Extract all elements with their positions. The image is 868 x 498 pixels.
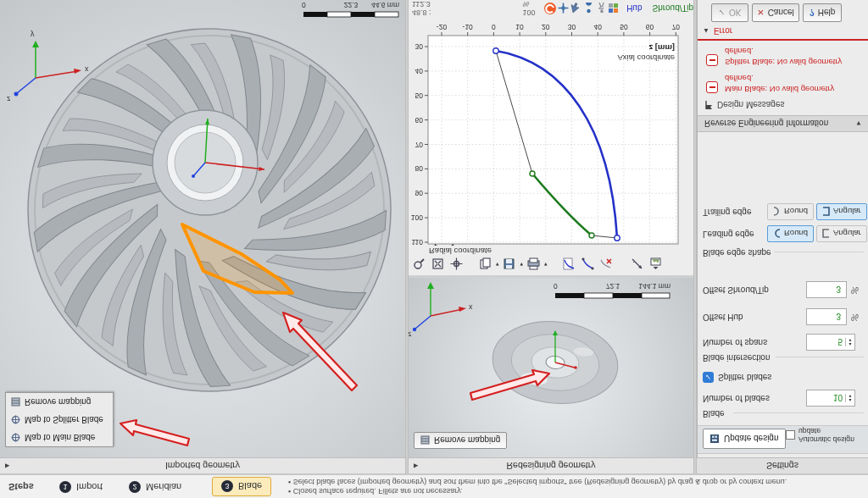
settings-title: Settings bbox=[766, 461, 798, 471]
print-icon[interactable] bbox=[525, 256, 542, 273]
num-blades-spinner[interactable]: 10 ▲▼ bbox=[806, 390, 855, 407]
save-icon[interactable] bbox=[501, 256, 518, 273]
ruler-full: 44.6 mm bbox=[371, 1, 399, 9]
menu-item-remove-mapping[interactable]: Remove mapping bbox=[6, 393, 113, 411]
error-item-icon bbox=[706, 81, 718, 93]
error-summary-row[interactable]: ▲ Error bbox=[703, 26, 732, 36]
svg-text:z [mm]: z [mm] bbox=[648, 43, 675, 53]
update-design-icon bbox=[709, 434, 720, 444]
svg-text:90: 90 bbox=[415, 190, 424, 198]
curve-edit-icon[interactable] bbox=[561, 256, 578, 273]
design-messages-icon bbox=[704, 100, 713, 110]
measure-icon[interactable] bbox=[629, 256, 646, 273]
legend-hub[interactable]: Hub bbox=[626, 4, 642, 14]
x-tick-labels: -20 -10 0 10 20 30 40 50 60 70 bbox=[437, 23, 680, 31]
curve-delete-icon[interactable] bbox=[598, 256, 615, 273]
steps-bar: Steps 1 Import 2 Meridian 3 Blade • Clos… bbox=[0, 474, 868, 498]
remove-mapping-button[interactable]: Remove mapping bbox=[414, 432, 507, 449]
reveng-info-bar[interactable]: Reverse Engineering Information ▼ bbox=[698, 115, 868, 132]
observer-walk-icon[interactable] bbox=[595, 0, 608, 17]
step-blade-active[interactable]: 3 Blade bbox=[212, 477, 271, 496]
svg-text:70: 70 bbox=[415, 141, 424, 149]
imported-geometry-view[interactable]: x y z 0 22.3 44.6 mm Map to Main Blade bbox=[0, 0, 405, 457]
axis-y-label: y bbox=[426, 278, 430, 279]
offset-hub-field[interactable]: 3 bbox=[806, 308, 847, 325]
pan-icon[interactable] bbox=[448, 256, 465, 273]
meridian-chart-panel: ▾ ▾ ▾ Radial coordinate r [mm] bbox=[409, 0, 693, 275]
ruler-zero: 0 bbox=[554, 282, 558, 290]
dropdown-caret-icon[interactable]: ▾ bbox=[520, 261, 524, 268]
update-design-button[interactable]: Update design bbox=[703, 429, 786, 449]
redesigning-geometry-header[interactable]: ▶ Redesigning geometry bbox=[409, 457, 693, 474]
app-window: Steps 1 Import 2 Meridian 3 Blade • Clos… bbox=[0, 0, 868, 498]
help-button[interactable]: ? Help bbox=[803, 3, 842, 22]
ok-button[interactable]: ✓ OK bbox=[711, 3, 748, 22]
num-spans-spinner[interactable]: 5 ▲▼ bbox=[806, 334, 855, 351]
offset-shroud-field[interactable]: 3 bbox=[806, 281, 847, 298]
target-icon bbox=[11, 433, 20, 442]
chart-status-bar: 48.8 : 112.3 100 % Hub Shroud/Tip bbox=[409, 0, 693, 17]
num-spans-label: Number of spans bbox=[703, 338, 767, 347]
leading-angular-toggle[interactable]: Angular bbox=[816, 225, 867, 242]
collapse-triangle-icon[interactable]: ▲ bbox=[703, 27, 709, 35]
redesigning-geometry-view[interactable]: x y z 0 72.1 144.1 mm Remove mapping bbox=[409, 278, 693, 457]
instruction-line-2: • Select blade faces (Imported geometry)… bbox=[288, 478, 787, 486]
snapshot-icon[interactable] bbox=[648, 256, 665, 273]
trailing-round-toggle[interactable]: Round bbox=[767, 203, 814, 220]
svg-text:10: 10 bbox=[515, 23, 524, 31]
round-edge-icon bbox=[773, 208, 781, 217]
spinner-arrows-icon[interactable]: ▲▼ bbox=[845, 338, 854, 346]
settings-header: Settings bbox=[697, 457, 868, 474]
collapse-triangle-icon[interactable]: ▼ bbox=[855, 120, 862, 128]
cursor-icon[interactable] bbox=[570, 0, 582, 17]
view-extent-value: 48.8 : 112.3 bbox=[412, 0, 442, 17]
step-2-badge: 2 bbox=[129, 481, 141, 493]
menu-item-map-main-blade[interactable]: Map to Main Blade bbox=[6, 429, 113, 446]
step-meridian[interactable]: 2 Meridian bbox=[129, 481, 181, 493]
svg-text:70: 70 bbox=[672, 23, 681, 31]
observer-icon[interactable] bbox=[582, 0, 595, 17]
redesigning-geometry-title: Redesigning geometry bbox=[506, 461, 595, 471]
axis-z-label: z bbox=[409, 330, 412, 339]
svg-text:100: 100 bbox=[411, 213, 423, 222]
svg-text:0: 0 bbox=[492, 23, 496, 31]
curve-points-icon[interactable] bbox=[580, 256, 597, 273]
edge-shape-section-label: Blade edge shape bbox=[703, 248, 771, 257]
ruler-half: 72.1 bbox=[606, 282, 620, 290]
step-import[interactable]: 1 Import bbox=[59, 481, 103, 493]
imported-geometry-title: Imported geometry bbox=[165, 461, 240, 471]
round-edge-icon bbox=[773, 230, 781, 239]
intersection-section-label: Blade intersection bbox=[703, 353, 771, 362]
leading-round-toggle[interactable]: Round bbox=[767, 225, 814, 242]
zoom-window-icon[interactable] bbox=[410, 256, 427, 273]
ruler-zero: 0 bbox=[302, 1, 306, 9]
ruler-full: 144.1 mm bbox=[638, 282, 670, 290]
error-message-main-blade: Main Blade: No valid geometry defined. bbox=[725, 73, 859, 95]
auto-update-checkbox[interactable]: Automatic design update bbox=[786, 427, 868, 444]
meridian-plot[interactable]: -20 -10 0 10 20 30 40 50 60 70 30 40 50 … bbox=[409, 19, 693, 246]
svg-text:30: 30 bbox=[415, 42, 424, 51]
pan-view-icon[interactable] bbox=[557, 0, 570, 17]
dropdown-caret-icon[interactable]: ▾ bbox=[496, 261, 499, 268]
view-axes-triad: x y z bbox=[409, 278, 473, 339]
y-tick-labels: 30 40 50 60 70 80 90 100 110 bbox=[411, 42, 423, 246]
spinner-arrows-icon[interactable]: ▲▼ bbox=[845, 394, 854, 402]
splitter-blades-checkbox[interactable]: ✓ Splitter blades bbox=[703, 372, 771, 383]
svg-text:80: 80 bbox=[415, 165, 424, 174]
collapse-arrow-icon[interactable]: ▶ bbox=[414, 462, 418, 469]
trailing-angular-toggle[interactable]: Angular bbox=[816, 203, 867, 220]
copy-page-icon[interactable] bbox=[476, 256, 493, 273]
zoom-extents-icon[interactable] bbox=[429, 256, 446, 273]
legend-shroud-tip[interactable]: Shroud/Tip bbox=[653, 4, 694, 14]
imported-geometry-header[interactable]: ▶ Imported geometry bbox=[0, 457, 405, 474]
svg-text:60: 60 bbox=[646, 23, 654, 31]
collapse-arrow-icon[interactable]: ▶ bbox=[5, 462, 9, 469]
menu-item-map-splitter-blade[interactable]: Map to Splitter Blade bbox=[6, 411, 113, 429]
settings-panel: Update design Automatic design update Bl… bbox=[697, 0, 868, 457]
dropdown-caret-icon[interactable]: ▾ bbox=[544, 261, 548, 268]
offset-hub-label: Offset Hub bbox=[703, 313, 743, 322]
viewport-grid-icon[interactable] bbox=[607, 0, 620, 17]
num-blades-label: Number of blades bbox=[703, 394, 770, 403]
svg-text:50: 50 bbox=[415, 91, 424, 100]
cancel-button[interactable]: ✕ Cancel bbox=[752, 3, 799, 22]
